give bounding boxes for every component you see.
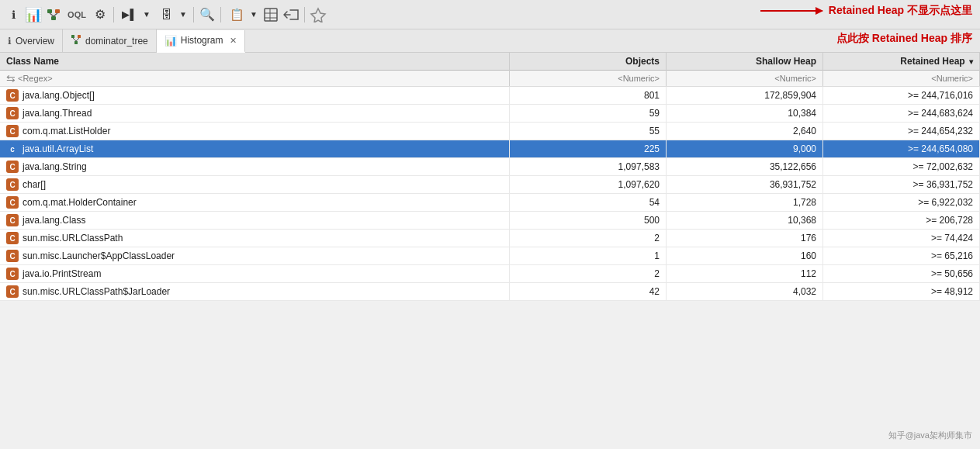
db-dropdown[interactable]: ▼ <box>178 6 189 23</box>
settings-icon[interactable]: ⚙ <box>92 6 109 23</box>
sql-icon[interactable]: OQL <box>65 6 88 23</box>
filter-row: ⇆ <Regex> <Numeric> <Numeric> <Numeric> <box>0 71 980 87</box>
cell-objects: 1,097,583 <box>510 158 667 176</box>
cell-shallow-heap: 1,728 <box>667 194 823 212</box>
class-label: java.io.PrintStream <box>23 268 101 279</box>
cell-shallow-heap: 36,931,752 <box>667 176 823 194</box>
tab-histogram-close[interactable]: ✕ <box>230 36 237 46</box>
cell-retained-heap: >= 6,922,032 <box>823 194 980 212</box>
tab-histogram-icon: 📊 <box>164 35 177 47</box>
class-label: com.q.mat.HolderContainer <box>23 197 137 208</box>
tab-histogram-label: Histogram <box>181 35 223 46</box>
toolbar: ℹ 📊 OQL ⚙ ▶▌ ▼ 🗄 ▼ 🔍 📋 ▼ Retained Heap 不… <box>0 0 980 29</box>
cell-class-name: Csun.misc.Launcher$AppClassLoader <box>0 247 510 265</box>
class-label: java.lang.Thread <box>23 108 92 119</box>
svg-rect-5 <box>265 9 277 21</box>
cell-class-name: Cjava.lang.Object[] <box>0 87 510 105</box>
table-row[interactable]: Cjava.lang.Class50010,368>= 206,728 <box>0 212 980 230</box>
heap-table: Class Name Objects Shallow Heap Retained… <box>0 53 980 301</box>
copy-icon[interactable]: 📋 <box>226 6 248 23</box>
tab-dominator-label: dominator_tree <box>85 36 148 47</box>
filter-retained[interactable]: <Numeric> <box>823 71 980 87</box>
info-icon[interactable]: ℹ <box>5 6 22 23</box>
sep4 <box>304 7 305 22</box>
cell-objects: 42 <box>510 283 667 301</box>
cell-objects: 1,097,620 <box>510 176 667 194</box>
sep1 <box>113 7 114 22</box>
copy-dropdown[interactable]: ▼ <box>248 6 259 23</box>
back-icon[interactable] <box>282 6 300 23</box>
tab-dominator-tree[interactable]: dominator_tree <box>63 29 157 52</box>
cell-class-name: Ccom.q.mat.ListHolder <box>0 123 510 140</box>
cell-class-name: Csun.misc.URLClassPath$JarLoader <box>0 283 510 301</box>
cell-retained-heap: >= 244,716,016 <box>823 87 980 105</box>
annotation-sort: 点此按 Retained Heap 排序 <box>836 32 972 46</box>
table-row[interactable]: Cchar[]1,097,62036,931,752>= 36,931,752 <box>0 176 980 194</box>
database-icon[interactable]: 🗄 <box>155 6 177 23</box>
svg-rect-10 <box>71 35 74 38</box>
cell-class-name: cjava.util.ArrayList <box>0 140 510 158</box>
class-badge: C <box>6 268 19 280</box>
table-row[interactable]: Cjava.io.PrintStream2112>= 50,656 <box>0 265 980 283</box>
col-header-class-name[interactable]: Class Name <box>0 53 510 71</box>
table-row[interactable]: Ccom.q.mat.HolderContainer541,728>= 6,92… <box>0 194 980 212</box>
table-row[interactable]: Csun.misc.URLClassPath2176>= 74,424 <box>0 230 980 247</box>
table-row[interactable]: Cjava.lang.String1,097,58335,122,656>= 7… <box>0 158 980 176</box>
svg-marker-9 <box>311 9 325 22</box>
cell-objects: 225 <box>510 140 667 158</box>
table-row[interactable]: cjava.util.ArrayList2259,000>= 244,654,0… <box>0 140 980 158</box>
table-icon[interactable] <box>262 6 279 23</box>
col-header-objects[interactable]: Objects <box>510 53 667 71</box>
class-badge: C <box>6 107 19 119</box>
table-row[interactable]: Ccom.q.mat.ListHolder552,640>= 244,654,2… <box>0 123 980 140</box>
watermark: 知乎@java架构师集市 <box>888 430 972 441</box>
table-row[interactable]: Csun.misc.Launcher$AppClassLoader1160>= … <box>0 247 980 265</box>
cell-retained-heap: >= 74,424 <box>823 230 980 247</box>
database-group: 🗄 ▼ <box>155 6 189 23</box>
class-label: java.lang.Object[] <box>23 90 95 101</box>
tab-overview[interactable]: ℹ Overview <box>0 29 63 52</box>
filter-icon[interactable]: ▶▌ <box>119 6 140 23</box>
class-badge: c <box>6 143 19 155</box>
copy-group: 📋 ▼ <box>226 6 259 23</box>
hierarchy-icon[interactable] <box>45 6 62 23</box>
class-label: java.lang.String <box>23 161 87 172</box>
table-row[interactable]: Cjava.lang.Object[]801172,859,904>= 244,… <box>0 87 980 105</box>
cell-objects: 59 <box>510 105 667 123</box>
pin-icon[interactable] <box>310 6 327 23</box>
cell-class-name: Cchar[] <box>0 176 510 194</box>
table-row[interactable]: Csun.misc.URLClassPath$JarLoader424,032>… <box>0 283 980 301</box>
col-header-shallow-heap[interactable]: Shallow Heap <box>667 53 823 71</box>
filter-objects[interactable]: <Numeric> <box>510 71 667 87</box>
filter-dropdown[interactable]: ▼ <box>141 6 152 23</box>
class-badge: C <box>6 232 19 244</box>
svg-rect-11 <box>78 35 81 38</box>
col-header-retained-heap[interactable]: Retained Heap ▾ <box>823 53 980 71</box>
svg-line-4 <box>54 13 57 16</box>
class-label: char[] <box>23 179 46 190</box>
filter-class[interactable]: ⇆ <Regex> <box>0 71 510 87</box>
cell-retained-heap: >= 244,683,624 <box>823 105 980 123</box>
class-badge: C <box>6 285 19 298</box>
sort-indicator-retained: ▾ <box>969 57 973 66</box>
class-badge: C <box>6 161 19 173</box>
cell-objects: 2 <box>510 230 667 247</box>
table-row[interactable]: Cjava.lang.Thread5910,384>= 244,683,624 <box>0 105 980 123</box>
bar-chart-icon[interactable]: 📊 <box>25 6 42 23</box>
svg-rect-0 <box>47 9 52 13</box>
cell-retained-heap: >= 72,002,632 <box>823 158 980 176</box>
tab-overview-icon: ℹ <box>8 36 12 47</box>
cell-objects: 2 <box>510 265 667 283</box>
tab-histogram[interactable]: 📊 Histogram ✕ <box>157 30 246 53</box>
class-badge: C <box>6 214 19 226</box>
search-icon[interactable]: 🔍 <box>199 6 216 23</box>
sep2 <box>193 7 194 22</box>
class-label: sun.misc.Launcher$AppClassLoader <box>23 250 175 261</box>
filter-shallow[interactable]: <Numeric> <box>667 71 823 87</box>
svg-rect-1 <box>55 9 60 13</box>
cell-retained-heap: >= 244,654,232 <box>823 123 980 140</box>
cell-class-name: Csun.misc.URLClassPath <box>0 230 510 247</box>
cell-class-name: Cjava.lang.Thread <box>0 105 510 123</box>
svg-rect-12 <box>74 41 78 44</box>
svg-line-13 <box>73 38 76 41</box>
